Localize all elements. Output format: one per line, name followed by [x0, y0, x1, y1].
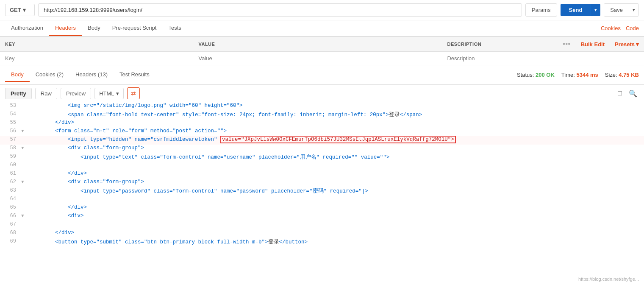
save-button[interactable]: Save	[604, 4, 629, 16]
value-column-header: VALUE	[193, 37, 442, 52]
value-cell[interactable]: Value	[193, 52, 442, 65]
send-button[interactable]: Send	[561, 4, 591, 16]
presets-col: Presets ▾	[610, 37, 644, 52]
tab-body[interactable]: Body	[82, 20, 106, 36]
method-dropdown-icon: ▾	[23, 7, 26, 13]
line-number: 60	[0, 162, 21, 168]
time-value: 5344 ms	[576, 72, 598, 78]
tab-response-cookies[interactable]: Cookies (2)	[30, 68, 69, 82]
line-content: <button type="submit" class="btn btn-pri…	[30, 238, 644, 246]
pretty-view-button[interactable]: Pretty	[5, 88, 32, 99]
line-content: </div>	[30, 119, 644, 126]
bulk-extra	[576, 52, 610, 65]
line-number: 62	[0, 179, 21, 185]
top-bar: GET ▾ Params Send ▾ Save ▾	[0, 0, 644, 20]
preview-view-button[interactable]: Preview	[61, 88, 91, 99]
line-arrow: ▼	[21, 179, 30, 184]
line-arrow	[21, 102, 30, 103]
tab-pre-request[interactable]: Pre-request Script	[106, 20, 163, 36]
cookies-link[interactable]: Cookies	[601, 25, 621, 31]
tab-response-test-results[interactable]: Test Results	[114, 68, 155, 82]
send-button-group: Send ▾	[561, 4, 601, 16]
code-line: 65 </div>	[0, 204, 644, 212]
code-line: 57 <input type="hidden" name="csrfmiddle…	[0, 136, 644, 145]
line-number: 54	[0, 111, 21, 117]
line-number: 64	[0, 196, 21, 202]
line-content: <input type="text" class="form-control" …	[30, 153, 644, 161]
code-line: 61 </div>	[0, 170, 644, 179]
bulk-edit-col: Bulk Edit	[576, 37, 610, 52]
line-content: <input type="password" class="form-contr…	[30, 187, 644, 195]
bulk-edit-button[interactable]: Bulk Edit	[581, 41, 605, 48]
line-arrow	[21, 119, 30, 120]
line-content: <form class="m-t" role="form" method="po…	[30, 128, 644, 134]
code-line: 64	[0, 196, 644, 204]
tab-tests[interactable]: Tests	[162, 20, 187, 36]
response-header: Body Cookies (2) Headers (13) Test Resul…	[0, 65, 644, 85]
line-arrow	[21, 136, 30, 137]
line-arrow	[21, 229, 30, 230]
code-line: 55 </div>	[0, 119, 644, 128]
status-value: 200 OK	[536, 72, 555, 78]
line-number: 53	[0, 102, 21, 109]
send-dropdown-icon[interactable]: ▾	[591, 4, 600, 16]
line-arrow	[21, 204, 30, 205]
description-column-header: DESCRIPTION	[442, 37, 558, 52]
table-row: Key Value Description	[0, 52, 644, 65]
presets-extra	[610, 52, 644, 65]
line-content: <div class="form-group">	[30, 145, 644, 151]
line-number: 67	[0, 221, 21, 228]
time-label: Time: 5344 ms	[561, 72, 598, 78]
three-dots-icon[interactable]: •••	[563, 40, 570, 48]
line-arrow	[21, 238, 30, 239]
url-input[interactable]	[38, 3, 522, 17]
code-line: 67	[0, 221, 644, 229]
search-button[interactable]: 🔍	[627, 89, 639, 98]
format-dropdown-icon: ▾	[116, 90, 119, 97]
line-content	[30, 162, 644, 162]
tab-response-headers[interactable]: Headers (13)	[69, 68, 114, 82]
code-line: 68 </div>	[0, 229, 644, 238]
params-button[interactable]: Params	[525, 3, 557, 17]
line-arrow: ▼	[21, 212, 30, 218]
status-label: Status: 200 OK	[517, 72, 555, 78]
size-value: 4.75 KB	[619, 72, 639, 78]
code-actions: □ 🔍	[616, 89, 639, 98]
wrap-button[interactable]: ⇄	[127, 87, 140, 99]
tab-headers[interactable]: Headers	[49, 20, 82, 36]
save-dropdown-icon[interactable]: ▾	[629, 4, 638, 16]
request-tabs-right: Cookies Code	[601, 25, 639, 31]
code-line: 56▼ <form class="m-t" role="form" method…	[0, 128, 644, 136]
line-content	[30, 221, 644, 222]
line-content: <img src="/static/img/logo.png" width="6…	[30, 102, 644, 109]
copy-button[interactable]: □	[616, 89, 624, 98]
line-number: 56	[0, 128, 21, 134]
raw-view-button[interactable]: Raw	[35, 88, 57, 99]
code-link[interactable]: Code	[626, 25, 639, 31]
line-number: 68	[0, 229, 21, 236]
actions-cell	[558, 52, 575, 65]
save-button-group: Save ▾	[604, 3, 639, 17]
line-arrow: ▼	[21, 128, 30, 134]
line-arrow	[21, 196, 30, 196]
line-number: 65	[0, 204, 21, 211]
presets-dropdown-icon: ▾	[636, 41, 639, 48]
size-label: Size: 4.75 KB	[605, 72, 639, 78]
method-select[interactable]: GET ▾	[5, 4, 35, 16]
description-cell[interactable]: Description	[442, 52, 558, 65]
code-line: 69 <button type="submit" class="btn btn-…	[0, 238, 644, 246]
key-cell[interactable]: Key	[0, 52, 193, 65]
line-arrow: ▼	[21, 145, 30, 151]
line-number: 57	[0, 136, 21, 143]
line-number: 63	[0, 187, 21, 194]
tab-authorization[interactable]: Authorization	[5, 20, 49, 36]
code-line: 62▼ <div class="form-group">	[0, 179, 644, 187]
code-content[interactable]: 53 <img src="/static/img/logo.png" width…	[0, 102, 644, 246]
presets-button[interactable]: Presets ▾	[615, 41, 639, 48]
line-content: </div>	[30, 229, 644, 236]
line-content: </div>	[30, 204, 644, 211]
format-select[interactable]: HTML ▾	[94, 88, 123, 99]
line-arrow	[21, 221, 30, 222]
tab-response-body[interactable]: Body	[5, 68, 30, 82]
headers-table: KEY VALUE DESCRIPTION ••• Bulk Edit Pres…	[0, 36, 644, 65]
